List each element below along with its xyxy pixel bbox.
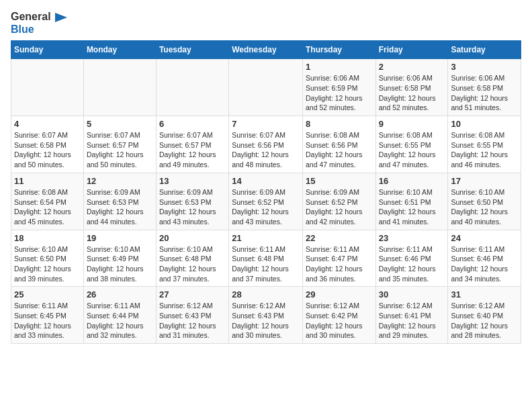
day-number: 31 [451,289,518,300]
day-info: Sunrise: 6:06 AMSunset: 6:58 PMDaylight:… [379,73,445,113]
day-number: 15 [306,176,373,186]
day-info: Sunrise: 6:10 AMSunset: 6:51 PMDaylight:… [379,187,445,227]
day-cell-18: 18Sunrise: 6:10 AMSunset: 6:50 PMDayligh… [11,230,84,287]
day-cell-12: 12Sunrise: 6:09 AMSunset: 6:53 PMDayligh… [83,173,156,230]
day-number: 30 [379,289,445,300]
day-info: Sunrise: 6:07 AMSunset: 6:57 PMDaylight:… [159,130,226,170]
day-cell-30: 30Sunrise: 6:12 AMSunset: 6:41 PMDayligh… [375,287,448,344]
day-cell-29: 29Sunrise: 6:12 AMSunset: 6:42 PMDayligh… [302,287,375,344]
week-row-3: 11Sunrise: 6:08 AMSunset: 6:54 PMDayligh… [11,173,521,230]
day-info: Sunrise: 6:11 AMSunset: 6:46 PMDaylight:… [379,244,445,284]
day-info: Sunrise: 6:07 AMSunset: 6:56 PMDaylight:… [232,130,300,170]
day-number: 29 [306,289,373,300]
day-info: Sunrise: 6:08 AMSunset: 6:55 PMDaylight:… [379,130,445,170]
day-number: 2 [379,62,445,72]
day-number: 1 [306,62,373,72]
day-info: Sunrise: 6:09 AMSunset: 6:53 PMDaylight:… [87,187,153,227]
day-cell-2: 2Sunrise: 6:06 AMSunset: 6:58 PMDaylight… [375,59,448,116]
day-number: 9 [379,119,445,129]
day-info: Sunrise: 6:06 AMSunset: 6:59 PMDaylight:… [306,73,373,113]
day-cell-21: 21Sunrise: 6:11 AMSunset: 6:48 PMDayligh… [229,230,303,287]
day-cell-16: 16Sunrise: 6:10 AMSunset: 6:51 PMDayligh… [375,173,448,230]
day-number: 22 [306,233,373,243]
day-info: Sunrise: 6:06 AMSunset: 6:58 PMDaylight:… [451,73,518,113]
day-number: 7 [232,119,300,129]
calendar-table: SundayMondayTuesdayWednesdayThursdayFrid… [11,40,521,344]
day-cell-11: 11Sunrise: 6:08 AMSunset: 6:54 PMDayligh… [11,173,84,230]
empty-cell [156,59,228,116]
day-number: 26 [87,289,153,300]
header-cell-saturday: Saturday [448,41,521,59]
day-number: 21 [232,233,300,243]
day-cell-10: 10Sunrise: 6:08 AMSunset: 6:55 PMDayligh… [448,116,521,173]
day-cell-15: 15Sunrise: 6:09 AMSunset: 6:52 PMDayligh… [302,173,375,230]
day-info: Sunrise: 6:10 AMSunset: 6:50 PMDaylight:… [14,244,81,284]
day-number: 3 [451,62,518,72]
header-row: SundayMondayTuesdayWednesdayThursdayFrid… [11,41,521,59]
day-cell-26: 26Sunrise: 6:11 AMSunset: 6:44 PMDayligh… [83,287,156,344]
day-info: Sunrise: 6:11 AMSunset: 6:46 PMDaylight:… [451,244,518,284]
day-cell-4: 4Sunrise: 6:07 AMSunset: 6:58 PMDaylight… [11,116,84,173]
logo-arrow-icon [55,11,67,24]
empty-cell [11,59,84,116]
day-info: Sunrise: 6:10 AMSunset: 6:49 PMDaylight:… [87,244,153,284]
day-cell-27: 27Sunrise: 6:12 AMSunset: 6:43 PMDayligh… [156,287,228,344]
day-info: Sunrise: 6:09 AMSunset: 6:52 PMDaylight:… [306,187,373,227]
day-cell-19: 19Sunrise: 6:10 AMSunset: 6:49 PMDayligh… [83,230,156,287]
day-info: Sunrise: 6:11 AMSunset: 6:44 PMDaylight:… [87,301,153,340]
day-info: Sunrise: 6:11 AMSunset: 6:48 PMDaylight:… [232,244,300,284]
logo-general: General [11,11,51,22]
week-row-4: 18Sunrise: 6:10 AMSunset: 6:50 PMDayligh… [11,230,521,287]
day-number: 12 [87,176,153,186]
day-number: 19 [87,233,153,243]
day-number: 16 [379,176,445,186]
day-info: Sunrise: 6:11 AMSunset: 6:47 PMDaylight:… [306,244,373,284]
day-cell-7: 7Sunrise: 6:07 AMSunset: 6:56 PMDaylight… [229,116,303,173]
page-header: General Blue [11,11,521,35]
week-row-1: 1Sunrise: 6:06 AMSunset: 6:59 PMDaylight… [11,59,521,116]
day-cell-31: 31Sunrise: 6:12 AMSunset: 6:40 PMDayligh… [448,287,521,344]
day-cell-17: 17Sunrise: 6:10 AMSunset: 6:50 PMDayligh… [448,173,521,230]
header-cell-wednesday: Wednesday [229,41,303,59]
day-info: Sunrise: 6:09 AMSunset: 6:53 PMDaylight:… [159,187,226,227]
day-info: Sunrise: 6:12 AMSunset: 6:42 PMDaylight:… [306,301,373,340]
week-row-5: 25Sunrise: 6:11 AMSunset: 6:45 PMDayligh… [11,287,521,344]
day-info: Sunrise: 6:12 AMSunset: 6:41 PMDaylight:… [379,301,445,340]
day-info: Sunrise: 6:08 AMSunset: 6:55 PMDaylight:… [451,130,518,170]
day-cell-14: 14Sunrise: 6:09 AMSunset: 6:52 PMDayligh… [229,173,303,230]
day-number: 8 [306,119,373,129]
day-number: 4 [14,119,81,129]
header-cell-thursday: Thursday [302,41,375,59]
logo: General Blue [11,11,67,35]
day-number: 17 [451,176,518,186]
day-cell-13: 13Sunrise: 6:09 AMSunset: 6:53 PMDayligh… [156,173,228,230]
header-cell-friday: Friday [375,41,448,59]
day-cell-23: 23Sunrise: 6:11 AMSunset: 6:46 PMDayligh… [375,230,448,287]
day-info: Sunrise: 6:12 AMSunset: 6:40 PMDaylight:… [451,301,518,340]
day-cell-5: 5Sunrise: 6:07 AMSunset: 6:57 PMDaylight… [83,116,156,173]
day-cell-9: 9Sunrise: 6:08 AMSunset: 6:55 PMDaylight… [375,116,448,173]
logo-text: General Blue [11,11,67,35]
day-info: Sunrise: 6:09 AMSunset: 6:52 PMDaylight:… [232,187,300,227]
day-number: 27 [159,289,226,300]
day-number: 28 [232,289,300,300]
day-cell-1: 1Sunrise: 6:06 AMSunset: 6:59 PMDaylight… [302,59,375,116]
day-info: Sunrise: 6:12 AMSunset: 6:43 PMDaylight:… [232,301,300,340]
empty-cell [229,59,303,116]
header-cell-monday: Monday [83,41,156,59]
day-cell-20: 20Sunrise: 6:10 AMSunset: 6:48 PMDayligh… [156,230,228,287]
day-cell-22: 22Sunrise: 6:11 AMSunset: 6:47 PMDayligh… [302,230,375,287]
day-cell-3: 3Sunrise: 6:06 AMSunset: 6:58 PMDaylight… [448,59,521,116]
day-number: 6 [159,119,226,129]
day-info: Sunrise: 6:07 AMSunset: 6:57 PMDaylight:… [87,130,153,170]
day-info: Sunrise: 6:08 AMSunset: 6:54 PMDaylight:… [14,187,81,227]
day-info: Sunrise: 6:10 AMSunset: 6:50 PMDaylight:… [451,187,518,227]
header-cell-tuesday: Tuesday [156,41,228,59]
empty-cell [83,59,156,116]
day-number: 24 [451,233,518,243]
day-number: 14 [232,176,300,186]
day-number: 13 [159,176,226,186]
day-cell-24: 24Sunrise: 6:11 AMSunset: 6:46 PMDayligh… [448,230,521,287]
day-info: Sunrise: 6:10 AMSunset: 6:48 PMDaylight:… [159,244,226,284]
day-number: 20 [159,233,226,243]
